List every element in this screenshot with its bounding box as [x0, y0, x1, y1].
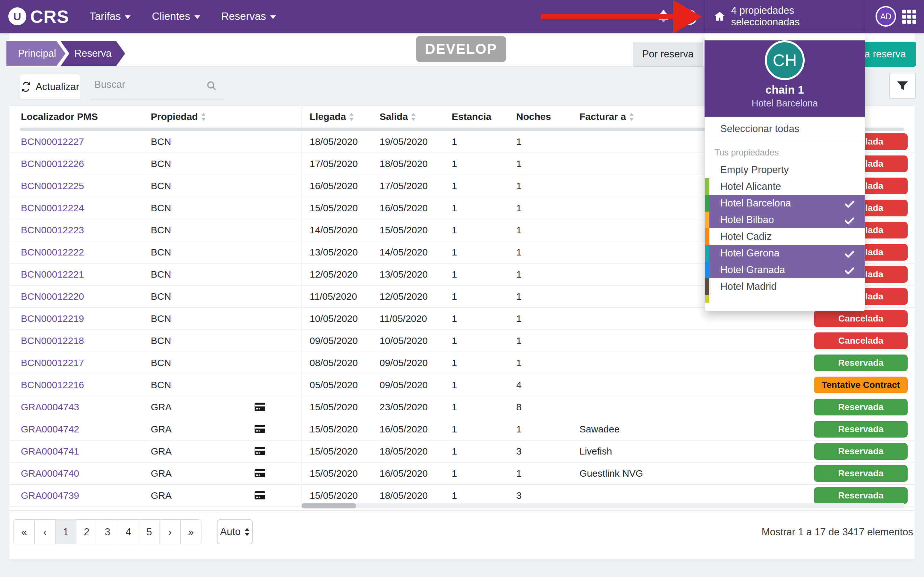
column-header-prop[interactable]: Propiedad [151, 106, 206, 127]
property-label: Hotel Madrid [720, 281, 777, 292]
property-selector-button[interactable]: 4 propiedades seleccioonadas [704, 0, 865, 33]
apps-grid-icon[interactable] [902, 10, 916, 24]
property-code: BCN [151, 219, 171, 241]
nights-count: 3 [516, 440, 522, 462]
property-label: Hotel Granada [720, 264, 785, 276]
select-arrows-icon [244, 528, 250, 536]
arrival-date: 14/05/2020 [310, 219, 358, 241]
page-button-5[interactable]: 5 [139, 519, 160, 544]
search-field [90, 72, 225, 99]
environment-badge: DEVELOP [416, 36, 506, 62]
reservation-link[interactable]: GRA0004740 [21, 463, 79, 484]
arrival-date: 15/05/2020 [310, 440, 358, 462]
property-item[interactable]: Hotel Granada [705, 261, 865, 278]
departure-date: 17/05/2020 [380, 175, 428, 197]
status-badge[interactable]: Reservada [814, 355, 908, 371]
reservation-link[interactable]: GRA0004743 [21, 396, 79, 418]
reservation-link[interactable]: BCN00012222 [21, 242, 84, 263]
reservation-link[interactable]: BCN00012217 [21, 352, 84, 374]
reservation-link[interactable]: BCN00012221 [21, 263, 84, 285]
reservation-link[interactable]: BCN00012225 [21, 175, 84, 197]
table-row: BCN00012218BCN09/05/202010/05/202011Canc… [9, 330, 915, 352]
column-header-bill[interactable]: Facturar a [580, 106, 634, 127]
reservation-link[interactable]: BCN00012216 [21, 374, 84, 396]
property-item[interactable]: Hotel Cadiz [705, 228, 865, 245]
property-code: GRA [151, 418, 172, 440]
menu-clientes[interactable]: Clientes [152, 10, 200, 23]
filter-icon [897, 80, 909, 92]
page-button-2[interactable]: 2 [76, 519, 97, 544]
arrival-date: 05/05/2020 [310, 374, 358, 396]
property-item[interactable]: Hotel Bilbao [705, 211, 865, 228]
page-size-select[interactable]: Auto [217, 519, 253, 544]
status-badge[interactable]: Cancelada [814, 310, 908, 327]
status-badge[interactable]: Reservada [814, 399, 908, 416]
status-badge[interactable]: Cancelada [814, 332, 908, 349]
status-badge[interactable]: Reservada [814, 465, 908, 482]
page-button-3[interactable]: 3 [97, 519, 118, 544]
table-row: BCN00012216BCN05/05/202009/05/202014Tent… [9, 374, 915, 396]
departure-date: 12/05/2020 [380, 285, 428, 308]
column-header-dep[interactable]: Salida [380, 106, 416, 127]
reservation-link[interactable]: BCN00012227 [21, 131, 84, 153]
property-item[interactable]: Hotel Alicante [705, 178, 865, 195]
status-badge[interactable]: Reservada [814, 443, 908, 460]
property-item[interactable]: Hotel Barcelona [705, 195, 865, 211]
page-button-prev[interactable]: ‹ [34, 519, 55, 544]
reservation-link[interactable]: BCN00012223 [21, 219, 84, 241]
credit-card-icon [254, 424, 266, 435]
departure-date: 23/05/2020 [380, 396, 428, 418]
reservation-link[interactable]: BCN00012226 [21, 153, 84, 175]
select-all-item[interactable]: Seleccionar todas [705, 117, 865, 141]
page-button-1[interactable]: 1 [55, 519, 76, 544]
nights-count: 1 [516, 330, 522, 351]
nights-count: 1 [516, 242, 522, 263]
results-summary: Mostrar 1 a 17 de 3417 elementos [762, 522, 913, 542]
column-header-arr[interactable]: Llegada [310, 106, 354, 127]
page-button-last[interactable]: » [180, 519, 202, 544]
property-selector-label: 4 propiedades seleccioonadas [731, 5, 865, 28]
stay-count: 1 [452, 131, 457, 153]
property-code: BCN [151, 285, 171, 308]
reservation-link[interactable]: BCN00012224 [21, 197, 84, 219]
reservation-link[interactable]: GRA0004741 [21, 440, 79, 462]
reservation-link[interactable]: BCN00012218 [21, 330, 84, 351]
page: U CRS TarifasClientesReservas 4 propieda… [0, 0, 924, 577]
menu-tarifas[interactable]: Tarifas [89, 10, 131, 23]
status-badge[interactable]: Reservada [814, 421, 908, 438]
avatar[interactable]: AD [876, 6, 896, 27]
search-icon[interactable] [206, 80, 217, 92]
search-input[interactable] [90, 72, 200, 90]
dropdown-footer [705, 295, 865, 311]
status-badge[interactable]: Tentative Contract [814, 377, 908, 393]
credit-card-icon [254, 446, 266, 457]
refresh-label: Actualizar [36, 81, 79, 93]
page-size-label: Auto [220, 526, 241, 538]
reservation-link[interactable]: GRA0004739 [21, 485, 79, 506]
reservation-link[interactable]: BCN00012220 [21, 285, 84, 308]
chain-subtitle: Hotel Barcelona [704, 98, 865, 109]
page-button-4[interactable]: 4 [118, 519, 139, 544]
avatar-initials: AD [880, 12, 892, 21]
frozen-column-divider [302, 106, 302, 508]
page-button-next[interactable]: › [160, 519, 181, 544]
refresh-button[interactable]: Actualizar [20, 74, 80, 99]
property-item[interactable]: Hotel Gerona [705, 245, 865, 261]
arrival-date: 15/05/2020 [310, 197, 358, 219]
view-toggle-por-reserva-button[interactable]: Por reserva [633, 42, 703, 67]
breadcrumb-item-principal[interactable]: Principal [6, 41, 65, 66]
property-item[interactable]: Empty Property [705, 161, 865, 178]
arrival-date: 15/05/2020 [310, 396, 358, 418]
app-logo[interactable]: U CRS [8, 6, 69, 27]
reservation-link[interactable]: GRA0004742 [21, 418, 79, 440]
page-button-first[interactable]: « [13, 519, 35, 544]
property-color-bar [705, 228, 709, 245]
status-badge[interactable]: Reservada [814, 487, 908, 504]
horizontal-scrollbar-thumb[interactable] [302, 503, 356, 508]
arrival-date: 18/05/2020 [310, 131, 358, 153]
stay-count: 1 [452, 374, 457, 396]
filter-button[interactable] [889, 73, 916, 99]
reservation-link[interactable]: BCN00012219 [21, 308, 84, 330]
menu-reservas[interactable]: Reservas [221, 10, 276, 23]
property-item[interactable]: Hotel Madrid [705, 278, 865, 295]
